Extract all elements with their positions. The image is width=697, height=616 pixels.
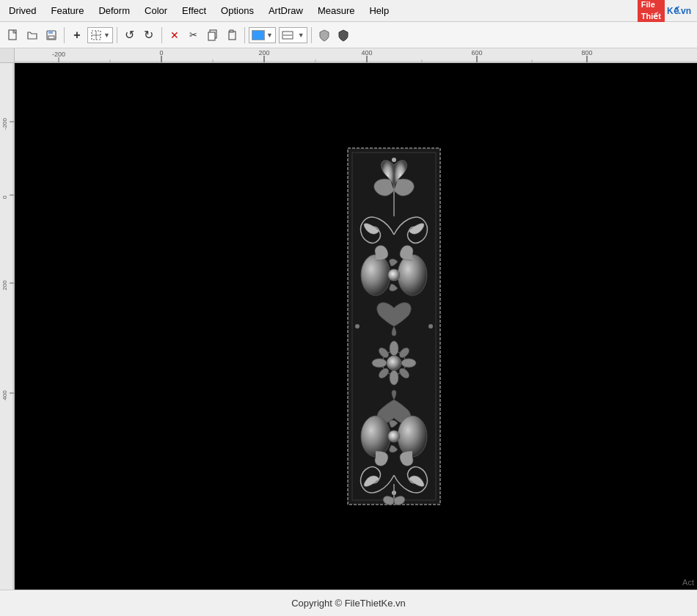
box-select-icon [90,29,102,41]
sep5 [311,27,312,43]
svg-rect-32 [0,63,15,590]
menu-artdraw[interactable]: ArtDraw [266,4,306,18]
footer: Copyright © FileThietKe.vn [0,590,697,616]
svg-rect-3 [48,36,54,39]
box-select-combo[interactable]: ▼ [87,27,113,43]
logo-box: File Thiết [638,0,665,23]
svg-point-55 [390,370,398,385]
line-style-combo[interactable]: ▼ [279,27,307,43]
svg-text:-200: -200 [52,51,65,58]
svg-point-47 [428,324,433,329]
shield-dark-icon [337,29,350,42]
fill-color-swatch [252,30,265,40]
svg-point-54 [390,341,398,356]
svg-point-51 [388,269,400,281]
svg-point-44 [392,158,396,162]
svg-text:200: 200 [258,49,269,56]
svg-rect-8 [208,32,215,40]
menu-measure[interactable]: Measure [315,4,358,18]
save-button[interactable] [43,26,60,44]
fill-arrow: ▼ [266,32,273,39]
canvas-area: -200 0 200 400 600 800 [0,48,697,590]
menu-items: Drived Feature Deform Color Effect Optio… [6,4,392,18]
box-select-arrow: ▼ [103,32,110,39]
svg-point-56 [372,359,387,367]
svg-point-62 [361,416,390,457]
menu-effect[interactable]: Effect [179,4,209,18]
logo-line1: File [641,0,661,11]
menu-options[interactable]: Options [218,4,257,18]
save-icon [45,29,57,41]
logo-site: Kế.vn [667,6,691,16]
canvas[interactable]: Act [15,63,697,590]
svg-rect-9 [229,32,236,40]
sep4 [244,27,245,43]
ruler-top-svg: -200 0 200 400 600 800 [15,48,697,62]
main-row: -200 0 200 400 [0,63,697,590]
svg-text:800: 800 [581,49,592,56]
status-text: Act [682,578,694,587]
cursor-button[interactable]: + [68,26,86,44]
shield2-button[interactable] [335,26,352,44]
ruler-left-svg: -200 0 200 400 [0,63,15,590]
svg-rect-10 [230,30,233,32]
ruler-corner [0,48,15,63]
new-button[interactable] [4,26,22,44]
delete-button[interactable]: ✕ [166,26,183,44]
copy-icon [207,29,219,41]
menu-drived[interactable]: Drived [6,4,40,18]
svg-text:400: 400 [1,390,8,400]
shield-icon [318,29,331,42]
pattern-svg [346,147,442,506]
open-button[interactable] [23,26,41,44]
svg-point-53 [387,356,401,370]
menu-deform[interactable]: Deform [95,4,133,18]
redo-button[interactable]: ↻ [140,26,158,44]
ruler-left: -200 0 200 400 [0,63,15,590]
menu-bar: Drived Feature Deform Color Effect Optio… [0,0,697,22]
ruler-top: -200 0 200 400 600 800 [15,48,697,63]
line-arrow: ▼ [298,32,304,39]
line-style-icon [282,30,296,40]
fill-color-combo[interactable]: ▼ [249,27,276,43]
menu-feature[interactable]: Feature [48,4,87,18]
shield1-button[interactable] [315,26,333,44]
svg-point-50 [398,254,427,296]
new-icon [7,29,19,41]
sep1 [64,27,65,43]
svg-point-64 [388,430,400,442]
open-icon [26,29,38,41]
paste-icon [226,29,238,41]
cut-button[interactable]: ✂ [185,26,202,44]
svg-point-63 [398,416,427,457]
copy-button[interactable] [204,26,222,44]
sep3 [161,27,162,43]
svg-text:0: 0 [1,195,8,199]
svg-text:-200: -200 [1,117,8,130]
logo-line2: Thiết [641,11,661,22]
copyright-text: Copyright © FileThietKe.vn [291,598,406,609]
svg-text:0: 0 [159,49,163,56]
svg-rect-13 [15,48,697,62]
svg-rect-2 [48,31,53,34]
logo-area: File Thiết Kế.vn [638,0,691,23]
ruler-top-row: -200 0 200 400 600 800 [0,48,697,63]
svg-point-49 [361,254,390,296]
menu-help[interactable]: Help [366,4,392,18]
svg-text:600: 600 [471,49,482,56]
menu-color[interactable]: Color [142,4,170,18]
sep2 [117,27,117,43]
toolbar: + ▼ ↺ ↻ ✕ ✂ ▼ [0,22,697,48]
svg-text:400: 400 [361,49,372,56]
svg-text:200: 200 [1,280,8,290]
undo-button[interactable]: ↺ [121,26,139,44]
pattern-container [346,147,442,506]
svg-point-57 [401,359,416,367]
paste-button[interactable] [223,26,241,44]
svg-point-46 [355,324,360,329]
